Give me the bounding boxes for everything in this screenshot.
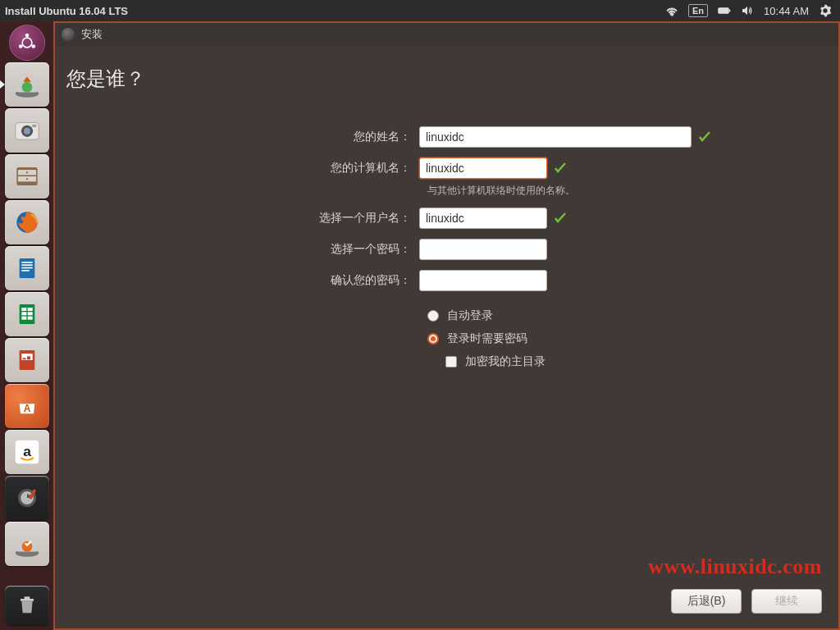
indicator-area: En 10:44 AM [665,4,835,17]
input-name[interactable] [419,126,692,148]
svg-point-18 [25,171,27,173]
launcher-firefox[interactable] [5,200,49,244]
svg-rect-23 [21,264,32,266]
svg-rect-35 [22,358,25,359]
user-form: 您的姓名： 您的计算机名： 与其他计算机联络时使用的名称。 选择一个用户名： [66,125,806,373]
network-indicator-icon[interactable] [665,4,678,17]
svg-point-4 [22,38,32,48]
installer-content: 您是谁？ 您的姓名： 您的计算机名： 与其他计算机联络时使用的名称。 选择一个用… [55,46,838,628]
svg-point-5 [25,34,29,38]
svg-rect-25 [21,270,29,272]
launcher-photos[interactable] [5,108,49,153]
svg-point-10 [21,82,32,93]
window-titlebar[interactable]: 安装 [55,23,838,46]
svg-rect-24 [21,267,32,269]
battery-indicator-icon[interactable] [718,4,731,17]
launcher: A a [0,21,53,630]
svg-rect-45 [21,599,34,601]
launcher-files[interactable] [5,154,49,199]
footer-buttons: 后退(B) 继续 [671,589,822,614]
active-window-title: Install Ubuntu 16.04 LTS [5,5,128,17]
session-gear-icon[interactable] [819,4,832,17]
svg-rect-32 [27,317,32,320]
launcher-ubiquity-livecd[interactable] [5,522,49,566]
launcher-calc[interactable] [5,292,49,336]
checkbox-encrypt-home[interactable] [445,356,457,368]
radio-require-password[interactable] [427,333,439,345]
page-title: 您是谁？ [66,66,806,92]
svg-rect-14 [32,125,36,127]
label-hostname: 您的计算机名： [66,161,419,176]
check-icon [554,162,567,175]
keyboard-layout-indicator[interactable]: En [688,4,708,17]
svg-rect-22 [21,262,32,263]
svg-rect-27 [21,308,26,311]
label-require-password: 登录时需要密码 [447,331,527,346]
hostname-help: 与其他计算机联络时使用的名称。 [427,184,806,198]
svg-rect-30 [27,312,32,315]
label-name: 您的姓名： [66,130,419,144]
svg-point-7 [18,44,22,48]
svg-point-6 [31,44,35,48]
launcher-amazon[interactable]: a [5,430,49,474]
svg-point-13 [24,128,30,135]
svg-rect-46 [24,596,30,599]
window-title: 安装 [81,27,103,42]
dash-button[interactable] [9,25,45,61]
watermark-text: www.linuxidc.com [648,555,822,579]
input-password[interactable] [419,239,547,260]
label-username: 选择一个用户名： [66,211,419,226]
continue-button[interactable]: 继续 [751,589,822,614]
svg-rect-28 [27,308,32,311]
clock[interactable]: 10:44 AM [764,5,809,17]
svg-rect-29 [21,312,26,315]
radio-auto-login[interactable] [427,310,439,322]
svg-text:A: A [23,403,30,414]
top-panel: Install Ubuntu 16.04 LTS En 10:44 AM [0,0,840,21]
installer-window: 安装 您是谁？ 您的姓名： 您的计算机名： 与其他计算机联络时使用的名称。 [53,21,840,630]
check-icon [698,130,711,144]
launcher-writer[interactable] [5,246,49,290]
login-options: 自动登录 登录时需要密码 加密我的主目录 [427,304,806,373]
svg-rect-31 [21,317,26,320]
launcher-impress[interactable] [5,338,49,382]
launcher-software-center[interactable]: A [5,384,49,428]
back-button[interactable]: 后退(B) [671,589,742,614]
input-username[interactable] [419,208,547,229]
window-app-icon [62,28,75,41]
check-icon [554,212,567,225]
svg-text:a: a [23,443,31,459]
input-confirm-password[interactable] [419,270,547,291]
input-hostname[interactable] [419,158,547,179]
label-password: 选择一个密码： [66,242,419,257]
svg-rect-36 [27,356,30,359]
svg-rect-1 [729,10,730,12]
launcher-trash[interactable] [5,586,49,625]
launcher-ubiquity[interactable] [5,62,49,107]
svg-marker-3 [742,7,747,16]
svg-point-19 [25,178,27,180]
svg-rect-2 [719,9,728,12]
label-auto-login: 自动登录 [447,308,493,323]
label-encrypt-home: 加密我的主目录 [465,354,546,369]
launcher-settings[interactable] [5,476,49,520]
sound-indicator-icon[interactable] [741,4,754,17]
label-confirm: 确认您的密码： [66,273,419,288]
